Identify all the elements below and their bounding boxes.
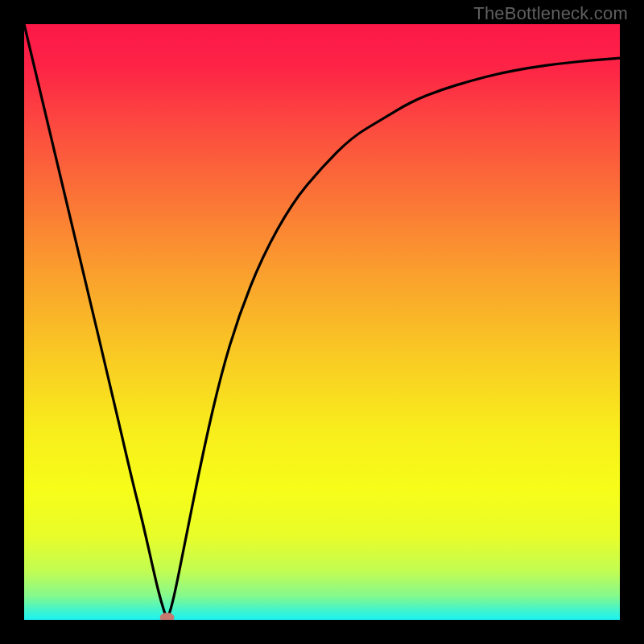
watermark-text: TheBottleneck.com bbox=[473, 3, 628, 24]
gradient-background bbox=[24, 24, 620, 620]
chart-frame: TheBottleneck.com bbox=[0, 0, 644, 644]
plot-area bbox=[24, 24, 620, 620]
chart-svg bbox=[24, 24, 620, 620]
